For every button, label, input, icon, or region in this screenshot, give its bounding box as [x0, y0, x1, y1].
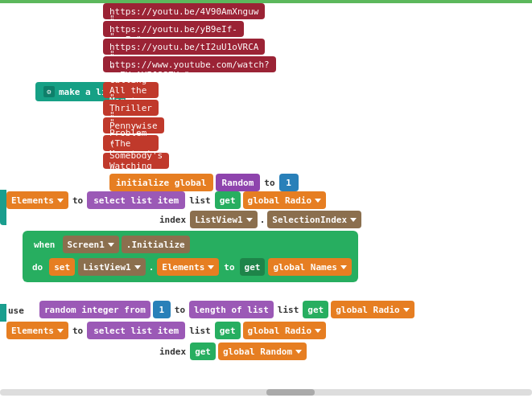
random-integer-row: random integer from 1 to length of list …: [6, 301, 414, 318]
dot-separator-2: .: [149, 262, 155, 273]
list-keyword-2: list: [276, 305, 301, 315]
use-left-bar: [0, 304, 6, 322]
dropdown-arrow-icon-4: [350, 218, 357, 222]
dropdown-arrow-icon-8: [340, 265, 347, 269]
when-block[interactable]: when: [29, 236, 60, 253]
dropdown-arrow-icon-3: [246, 218, 253, 222]
elements-block[interactable]: Elements: [6, 191, 68, 209]
listview1-block-2[interactable]: ListView1: [78, 258, 146, 276]
list-keyword-3: list: [188, 326, 212, 336]
index-row: index ListView1 . SelectionIndex: [158, 211, 361, 228]
dropdown-arrow-icon-10: [57, 329, 64, 333]
get-block-3[interactable]: get: [303, 301, 328, 318]
get-block-5[interactable]: get: [190, 343, 216, 360]
list-keyword: list: [188, 195, 212, 206]
dropdown-arrow-icon-2: [315, 199, 321, 203]
selection-index-block[interactable]: SelectionIndex: [267, 211, 361, 228]
do-row: do set ListView1 . Elements to get: [29, 258, 352, 276]
elements-block-2[interactable]: Elements: [157, 258, 219, 276]
to-label-5: to: [71, 326, 85, 336]
settings-icon: ⚙: [43, 86, 55, 97]
screen1-block[interactable]: Screen1: [63, 236, 119, 253]
to-label-3: to: [222, 262, 236, 273]
get-block-1[interactable]: get: [215, 191, 241, 209]
elements-row-2: Elements to select list item list get gl…: [6, 322, 326, 339]
when-screen-container: when Screen1 .Initialize do set ListView…: [23, 231, 358, 282]
initialize-global-row: initialize global Random to 1: [109, 174, 299, 191]
to-label-2: to: [71, 195, 85, 206]
global-radio-block-1[interactable]: global Radio: [243, 191, 326, 209]
dropdown-arrow-icon: [57, 199, 64, 203]
global-radio-block-3[interactable]: global Radio: [243, 322, 326, 339]
index-label: index: [158, 215, 188, 225]
initialize-block[interactable]: .Initialize: [122, 236, 190, 253]
scrollbar[interactable]: [0, 389, 532, 396]
global-radio-block-2[interactable]: global Radio: [331, 301, 414, 318]
global-random-block[interactable]: global Random: [218, 343, 307, 360]
do-label: do: [32, 262, 43, 273]
dropdown-arrow-icon-12: [295, 350, 302, 354]
get-block-2[interactable]: get: [240, 258, 266, 276]
set-block[interactable]: set: [49, 258, 75, 276]
to-label-4: to: [173, 305, 187, 315]
to-label: to: [262, 178, 276, 188]
random-integer-block[interactable]: random integer from: [39, 301, 151, 318]
dropdown-arrow-icon-5: [108, 243, 114, 247]
random-name-block[interactable]: Random: [216, 174, 261, 191]
listview1-block-1[interactable]: ListView1: [190, 211, 258, 228]
one-value-block[interactable]: 1: [279, 174, 299, 191]
get-block-4[interactable]: get: [215, 322, 241, 339]
index-label-2: index: [158, 347, 188, 357]
initialize-global-block[interactable]: initialize global: [109, 174, 213, 191]
index-random-row: index get global Random: [158, 343, 307, 360]
dot-separator-1: .: [260, 215, 266, 225]
dropdown-arrow-icon-11: [315, 329, 321, 333]
scrollbar-thumb[interactable]: [266, 389, 315, 396]
select-list-item-block-2[interactable]: select list item: [87, 322, 185, 339]
when-initialize-row: when Screen1 .Initialize: [29, 236, 352, 253]
dropdown-arrow-icon-9: [403, 308, 410, 312]
elements-row: Elements to select list item list get gl…: [6, 191, 326, 209]
global-names-block[interactable]: global Names: [268, 258, 351, 276]
length-of-list-block[interactable]: length of list: [189, 301, 274, 318]
dropdown-arrow-icon-6: [134, 265, 141, 269]
elements-block-3[interactable]: Elements: [6, 322, 68, 339]
select-list-item-block[interactable]: select list item: [87, 191, 185, 209]
teal-left-bar: [0, 190, 6, 225]
one2-block[interactable]: 1: [153, 301, 171, 318]
dropdown-arrow-icon-7: [208, 265, 214, 269]
